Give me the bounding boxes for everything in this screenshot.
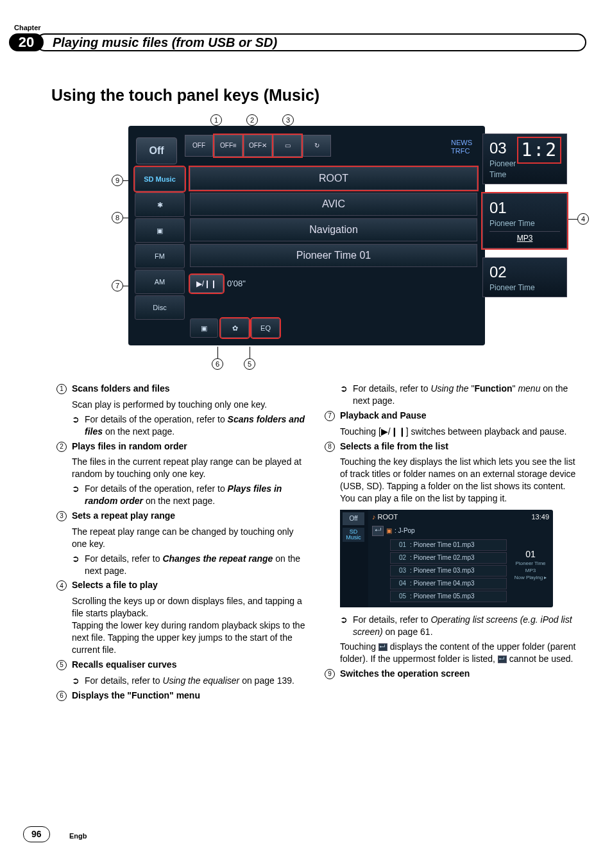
left-column: 1 Scans folders and files Scan play is p… xyxy=(56,383,310,705)
info-bot-num: 02 xyxy=(489,262,560,282)
chapter-title: Playing music files (from USB or SD) xyxy=(53,34,277,51)
callout-1: 1 xyxy=(210,114,222,126)
top-sub-i: Using the xyxy=(430,383,471,394)
item2-sub: ➲ For details of the operation, refer to… xyxy=(56,483,310,507)
right-column: ➲ For details, refer to Using the "Funct… xyxy=(325,383,579,683)
item7-post: ] switches between playback and pause. xyxy=(406,426,567,437)
play-pause-button[interactable]: ▶/❙❙ xyxy=(190,275,223,293)
playback-row: ▶/❙❙ 0'08" xyxy=(190,275,246,293)
np-sub: Pioneer Time xyxy=(512,560,549,568)
elapsed-time: 0'08" xyxy=(227,278,246,290)
news-label: NEWS xyxy=(451,139,472,147)
callout-6: 6 xyxy=(212,358,223,370)
item2-sub-post: on the next page. xyxy=(143,496,215,506)
callout-4: 4 xyxy=(577,213,589,225)
bottom-toolbar: ▣ ✿ EQ xyxy=(190,318,280,338)
detail-arrow-icon: ➲ xyxy=(340,614,348,638)
num-1: 1 xyxy=(56,384,67,394)
item1-title: Scans folders and files xyxy=(72,383,310,395)
ss-sd-music[interactable]: SD Music xyxy=(343,528,364,542)
item2-sub-pre: For details of the operation, refer to xyxy=(85,483,228,494)
mode-btn-a[interactable]: OFF xyxy=(185,135,213,157)
item3-sub: ➲ For details, refer to Changes the repe… xyxy=(56,553,310,577)
chapter-label: Chapter xyxy=(14,23,41,33)
random-button[interactable]: OFF✕ xyxy=(244,135,272,157)
item-4: 4 Selects a file to play xyxy=(56,579,310,591)
item3-sub-pre: For details, refer to xyxy=(85,553,162,564)
item8-tail: Touching ⮠ displays the content of the u… xyxy=(325,641,579,665)
ss-row-4[interactable]: 04: Pioneer Time 04.mp3 xyxy=(390,578,507,589)
chapter-header: 20 Playing music files (from USB or SD) xyxy=(0,33,586,51)
function-menu-button[interactable]: ✿ xyxy=(221,318,249,338)
item5-sub: ➲ For details, refer to Using the equali… xyxy=(56,675,310,687)
top-sub-b: Function xyxy=(474,383,512,394)
num-7: 7 xyxy=(325,411,335,421)
item4-body: Scrolling the keys up or down displays f… xyxy=(56,595,310,655)
top-sub-i2: menu xyxy=(516,383,541,394)
up-folder-icon-inline: ⮠ xyxy=(378,643,387,651)
callout-7: 7 xyxy=(112,280,123,291)
num-5: 5 xyxy=(56,660,67,670)
trfc-label: TRFC xyxy=(451,147,472,155)
mp3-badge: MP3 xyxy=(489,231,560,243)
navigation-row[interactable]: Navigation xyxy=(190,218,477,241)
item1-sub: ➲ For details of the operation, refer to… xyxy=(56,413,310,438)
info-card-next[interactable]: 02 Pioneer Time xyxy=(482,257,567,298)
am-source[interactable]: AM xyxy=(135,270,185,294)
home-icon[interactable]: ▣ xyxy=(190,318,218,338)
item-9: 9 Switches the operation screen xyxy=(325,668,579,680)
ss-r4-t: : Pioneer Time 04.mp3 xyxy=(410,579,475,588)
np-num: 01 xyxy=(512,548,549,560)
detail-arrow-icon: ➲ xyxy=(72,483,80,507)
item8-sub-post: on page 61. xyxy=(383,627,433,637)
item-5: 5 Recalls equaliser curves xyxy=(56,659,310,671)
item-8: 8 Selects a file from the list xyxy=(325,440,579,453)
ss-clock: 13:49 xyxy=(531,512,549,522)
eq-button[interactable]: EQ xyxy=(251,318,280,338)
off-button[interactable]: Off xyxy=(136,137,177,164)
scan-button[interactable]: OFF≡ xyxy=(214,135,242,157)
leader-5 xyxy=(250,347,250,358)
track-row[interactable]: Pioneer Time 01 xyxy=(190,244,477,267)
disc-source[interactable]: Disc xyxy=(135,295,185,320)
sd-music-source[interactable]: SD Music xyxy=(135,167,185,191)
ss-r1-n: 01 xyxy=(395,541,406,550)
ss-r3-n: 03 xyxy=(395,566,406,575)
detail-arrow-icon: ➲ xyxy=(72,413,80,438)
up-folder-icon-inline: ⮠ xyxy=(498,655,507,663)
info-card-current[interactable]: 01 Pioneer Time MP3 xyxy=(482,193,567,248)
fm-source[interactable]: FM xyxy=(135,244,185,268)
ss-r5-t: : Pioneer Time 05.mp3 xyxy=(410,592,475,601)
root-row[interactable]: ROOT xyxy=(190,167,477,190)
up-folder-icon[interactable]: ⮠ xyxy=(372,526,384,536)
ss-r4-n: 04 xyxy=(395,579,406,588)
loop-icon[interactable]: ↻ xyxy=(303,135,331,157)
repeat-button[interactable]: ▭ xyxy=(273,135,302,157)
section-title: Using the touch panel keys (Music) xyxy=(51,85,319,107)
av-source[interactable]: ▣ xyxy=(135,218,185,243)
ss-folder-row: ⮠ ▣ : J-Pop xyxy=(372,525,507,537)
item4-title: Selects a file to play xyxy=(72,579,310,591)
avic-row[interactable]: AVIC xyxy=(190,193,477,216)
item1-sub-post: on the next page. xyxy=(103,426,174,437)
callout-9: 9 xyxy=(112,175,123,186)
item7-title: Playback and Pause xyxy=(340,410,579,422)
item-2: 2 Plays files in random order xyxy=(56,440,310,453)
item8-body: Touching the key displays the list which… xyxy=(325,456,579,505)
item7-pre: Touching [ xyxy=(340,426,381,437)
ss-off-button[interactable]: Off xyxy=(343,512,364,525)
item1-sub-pre: For details of the operation, refer to xyxy=(85,414,228,424)
num-9: 9 xyxy=(325,669,335,679)
top-sub: ➲ For details, refer to Using the "Funct… xyxy=(325,383,579,407)
bluetooth-source[interactable]: ✱ xyxy=(135,193,185,217)
ss-row-1[interactable]: 01: Pioneer Time 01.mp3 xyxy=(390,539,507,551)
item8-sub-pre: For details, refer to xyxy=(353,614,430,625)
item3-sub-link: Changes the repeat range xyxy=(162,553,273,564)
detail-arrow-icon: ➲ xyxy=(72,553,80,577)
ss-row-5[interactable]: 05: Pioneer Time 05.mp3 xyxy=(390,591,507,602)
ss-row-3[interactable]: 03: Pioneer Time 03.mp3 xyxy=(390,565,507,577)
ss-row-2[interactable]: 02: Pioneer Time 02.mp3 xyxy=(390,552,507,564)
item5-sub-pre: For details, refer to xyxy=(85,675,162,686)
note-icon: ♪ xyxy=(372,513,378,521)
detail-arrow-icon: ➲ xyxy=(72,675,80,687)
